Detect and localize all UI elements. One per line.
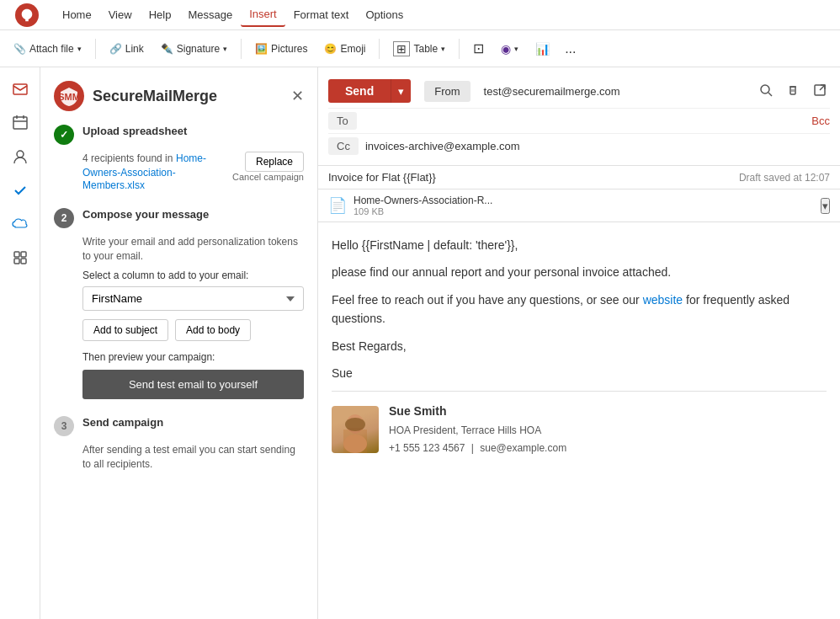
- step-3-num: 3: [54, 416, 74, 436]
- subject-text[interactable]: Invoice for Flat {{Flat}}: [328, 171, 436, 184]
- replace-button[interactable]: Replace: [245, 152, 304, 172]
- svg-rect-1: [13, 117, 27, 129]
- cc-label: Cc: [328, 137, 359, 155]
- secure-mail-merge-logo: SMM: [54, 81, 84, 111]
- step-1-desc: 4 recipients found in: [82, 152, 173, 164]
- menu-message[interactable]: Message: [179, 3, 241, 26]
- email-line2: Feel free to reach out if you have any q…: [332, 291, 827, 328]
- to-label: To: [328, 112, 357, 130]
- sidebar-apps-icon[interactable]: [5, 243, 35, 273]
- column-select[interactable]: FirstName LastName Email Flat: [82, 286, 304, 311]
- viva-icon: ◉: [501, 42, 511, 56]
- more-button[interactable]: ...: [560, 38, 581, 60]
- svg-rect-7: [21, 252, 26, 257]
- pictures-icon: 🖼️: [255, 43, 268, 55]
- signature-dropdown-icon: ▾: [223, 45, 227, 53]
- svg-line-13: [768, 93, 772, 96]
- step-1-title: Upload spreadsheet: [82, 125, 187, 137]
- from-email: test@securemailmerge.com: [484, 85, 749, 98]
- signature-button[interactable]: ✒️ Signature ▾: [154, 40, 234, 58]
- link-button[interactable]: 🔗 Link: [103, 40, 151, 58]
- signature-title: HOA President, Terrace Hills HOA: [389, 423, 566, 439]
- email-body[interactable]: Hello {{FirstName | default: 'there'}}, …: [318, 222, 840, 619]
- svg-point-5: [17, 151, 24, 157]
- cancel-campaign-link[interactable]: Cancel campaign: [232, 172, 304, 182]
- menu-help[interactable]: Help: [141, 3, 180, 26]
- close-panel-button[interactable]: ✕: [291, 87, 304, 105]
- panel-title: SecureMailMerge: [93, 88, 217, 105]
- attachment-expand-button[interactable]: ▾: [821, 198, 830, 214]
- email-greeting: Hello {{FirstName | default: 'there'}},: [332, 236, 827, 254]
- menu-home[interactable]: Home: [54, 3, 100, 26]
- sidebar-mail-icon[interactable]: [5, 74, 35, 104]
- attachment-area: 📄 Home-Owners-Association-R... 109 KB ▾: [318, 189, 840, 222]
- email-area: Send ▾ From test@securemailmerge.com: [318, 67, 840, 619]
- svg-rect-9: [21, 259, 26, 264]
- signature-info: Sue Smith HOA President, Terrace Hills H…: [389, 402, 566, 456]
- sidebar-tasks-icon[interactable]: [5, 175, 35, 205]
- emoji-icon: 😊: [324, 43, 337, 55]
- email-closing: Best Regards,: [332, 337, 827, 355]
- emoji-button[interactable]: 😊 Emoji: [317, 40, 372, 58]
- from-label: From: [424, 81, 470, 102]
- svg-rect-14: [790, 87, 795, 94]
- sidebar-people-icon[interactable]: [5, 141, 35, 172]
- toolbar-divider-1: [95, 39, 96, 59]
- step-1-num: ✓: [54, 125, 74, 145]
- table-button[interactable]: ⊞ Table ▾: [386, 38, 452, 60]
- column-select-label: Select a column to add to your email:: [82, 269, 304, 281]
- menu-view[interactable]: View: [100, 3, 141, 26]
- attachment-name: Home-Owners-Association-R...: [354, 195, 492, 206]
- sidebar-onedrive-icon[interactable]: [5, 209, 35, 239]
- cc-value: invoices-archive@example.com: [365, 140, 520, 152]
- menu-options[interactable]: Options: [357, 3, 412, 26]
- svg-text:SMM: SMM: [58, 92, 80, 102]
- discard-button[interactable]: [783, 80, 803, 103]
- paperclip-icon: 📎: [13, 43, 26, 55]
- signature-contact: +1 555 123 4567 | sue@example.com: [389, 440, 566, 456]
- sidebar-calendar-icon[interactable]: [5, 108, 35, 138]
- step-2-num: 2: [54, 208, 74, 228]
- send-dropdown-button[interactable]: ▾: [391, 79, 411, 103]
- chart-button[interactable]: 📊: [529, 39, 556, 59]
- svg-rect-8: [14, 259, 19, 264]
- draft-saved: Draft saved at 12:07: [739, 172, 830, 184]
- popout-button[interactable]: [810, 80, 830, 103]
- viva-button[interactable]: ◉ ▾: [494, 39, 525, 59]
- svg-point-12: [761, 85, 769, 93]
- step-3-title: Send campaign: [82, 416, 163, 429]
- subject-row: Invoice for Flat {{Flat}} Draft saved at…: [318, 166, 840, 189]
- app-logo: [7, 3, 47, 27]
- attachment-size: 109 KB: [354, 206, 492, 216]
- zoom-button[interactable]: [756, 80, 776, 103]
- signature-photo: [332, 406, 379, 453]
- website-link[interactable]: website: [643, 293, 683, 307]
- step-3: 3 Send campaign After sending a test ema…: [54, 416, 304, 472]
- send-button[interactable]: Send: [328, 79, 391, 103]
- svg-line-18: [820, 85, 825, 90]
- svg-point-22: [345, 418, 365, 431]
- link-icon: 🔗: [109, 43, 122, 55]
- step-2-desc: Write your email and add personalization…: [82, 235, 304, 264]
- left-sidebar: [0, 67, 40, 619]
- send-test-email-button[interactable]: Send test email to yourself: [82, 370, 304, 399]
- email-header: Send ▾ From test@securemailmerge.com: [318, 67, 840, 166]
- add-to-body-button[interactable]: Add to body: [175, 319, 251, 341]
- toolbar-divider-2: [241, 39, 242, 59]
- plugin-panel: SMM SecureMailMerge ✕ ✓ Upload spreadshe…: [40, 67, 318, 619]
- signature-name: Sue Smith: [389, 402, 566, 420]
- attachment-info: Home-Owners-Association-R... 109 KB: [354, 195, 492, 216]
- add-to-subject-button[interactable]: Add to subject: [82, 319, 168, 341]
- pictures-button[interactable]: 🖼️ Pictures: [248, 40, 314, 58]
- apps-button[interactable]: ⊡: [466, 37, 491, 60]
- chart-icon: 📊: [535, 42, 550, 56]
- menu-format-text[interactable]: Format text: [285, 3, 358, 26]
- menu-insert[interactable]: Insert: [241, 3, 285, 27]
- apps-icon: ⊡: [473, 40, 484, 56]
- attach-dropdown-icon: ▾: [77, 45, 82, 53]
- attachment-file-icon: 📄: [328, 196, 347, 215]
- attach-file-button[interactable]: 📎 Attach file ▾: [7, 40, 88, 58]
- bcc-link[interactable]: Bcc: [811, 115, 830, 127]
- svg-rect-6: [14, 252, 19, 257]
- email-line2-pre: Feel free to reach out if you have any q…: [332, 293, 643, 307]
